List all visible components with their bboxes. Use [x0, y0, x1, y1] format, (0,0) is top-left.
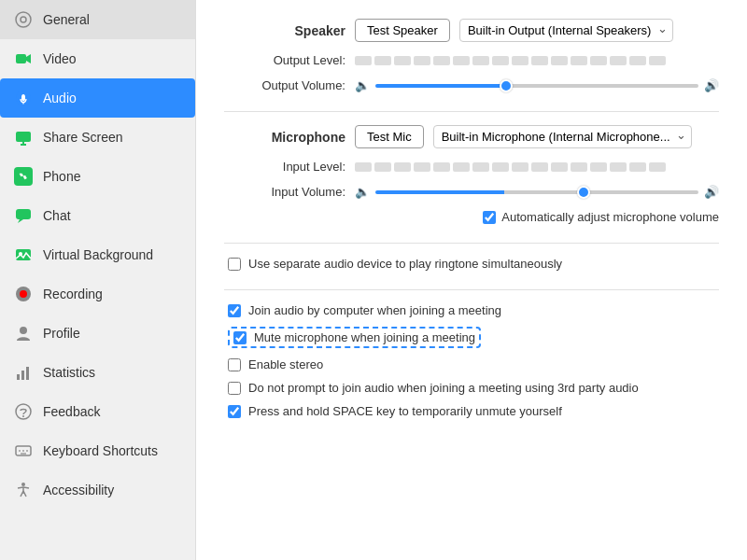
sidebar-item-label-sharescreen: Share Screen: [43, 130, 123, 145]
profile-icon: [13, 323, 34, 343]
level-seg-6: [453, 56, 470, 65]
input-volume-slider[interactable]: [375, 190, 698, 194]
speaker-label: Speaker: [224, 23, 345, 38]
join-options-section: Join audio by computer when joining a me…: [224, 303, 719, 418]
output-volume-slider[interactable]: [375, 84, 698, 88]
sharescreen-icon: [13, 127, 34, 147]
svg-point-0: [16, 12, 31, 27]
speaker-select-wrap: Built-in Output (Internal Speakers): [459, 19, 673, 42]
mute-microphone-checkbox[interactable]: [233, 331, 247, 344]
test-mic-button[interactable]: Test Mic: [355, 125, 424, 148]
sidebar-item-profile[interactable]: Profile: [0, 314, 195, 353]
microphone-label: Microphone: [224, 130, 345, 145]
phone-icon: [13, 166, 34, 187]
chat-icon: [13, 205, 34, 226]
sidebar-item-video[interactable]: Video: [0, 39, 195, 78]
separate-audio-label: Use separate audio device to play ringto…: [248, 257, 562, 271]
sidebar-item-label-recording: Recording: [43, 287, 103, 301]
sidebar-item-feedback[interactable]: Feedback: [0, 392, 195, 431]
keyboardshortcuts-icon: [13, 441, 34, 461]
mute-microphone-highlight: Mute microphone when joining a meeting: [228, 327, 481, 348]
auto-adjust-row: Automatically adjust microphone volume: [224, 210, 719, 224]
sidebar-item-label-general: General: [43, 12, 90, 27]
separate-audio-row: Use separate audio device to play ringto…: [224, 257, 719, 271]
sidebar-item-label-keyboardshortcuts: Keyboard Shortcuts: [43, 443, 158, 458]
sidebar-item-chat[interactable]: Chat: [0, 196, 195, 235]
sidebar-item-sharescreen[interactable]: Share Screen: [0, 118, 195, 157]
mic-volume-max-icon: 🔊: [704, 185, 719, 199]
level-seg-3: [394, 56, 411, 65]
sidebar-item-label-virtualbackground: Virtual Background: [43, 247, 153, 262]
mic-volume-min-icon: 🔈: [355, 185, 370, 199]
recording-icon: [13, 284, 34, 304]
volume-min-icon: 🔈: [355, 78, 370, 92]
video-icon: [13, 49, 34, 69]
no-prompt-checkbox[interactable]: [228, 382, 241, 395]
join-audio-checkbox[interactable]: [228, 304, 241, 317]
level-seg-9: [512, 56, 529, 65]
sidebar-item-recording[interactable]: Recording: [0, 274, 195, 314]
sidebar-item-label-chat: Chat: [43, 208, 71, 223]
volume-max-icon: 🔊: [704, 78, 719, 92]
microphone-section: Microphone Test Mic Built-in Microphone …: [224, 125, 719, 224]
feedback-icon: [13, 401, 34, 422]
svg-point-16: [20, 327, 27, 334]
output-level-label: Output Level:: [224, 53, 345, 67]
accessibility-icon: [13, 480, 34, 500]
join-audio-row: Join audio by computer when joining a me…: [224, 303, 719, 317]
svg-marker-11: [18, 219, 23, 223]
sidebar-item-audio[interactable]: Audio: [0, 78, 195, 118]
options-divider: [224, 289, 719, 290]
level-seg-1: [355, 56, 372, 65]
svg-point-15: [20, 290, 27, 298]
svg-point-27: [21, 483, 25, 486]
input-level-bar: [355, 162, 666, 172]
sidebar-item-general[interactable]: General: [0, 0, 195, 39]
separate-audio-checkbox[interactable]: [228, 258, 241, 271]
svg-rect-19: [26, 367, 29, 380]
level-seg-15: [629, 56, 646, 65]
main-content: Speaker Test Speaker Built-in Output (In…: [196, 0, 747, 560]
sidebar-item-label-video: Video: [43, 51, 77, 66]
auto-adjust-checkbox[interactable]: [483, 211, 496, 224]
general-icon: [13, 9, 34, 30]
no-prompt-label: Do not prompt to join audio when joining…: [248, 381, 639, 395]
sidebar-item-virtualbackground[interactable]: Virtual Background: [0, 235, 195, 274]
join-audio-label: Join audio by computer when joining a me…: [248, 303, 501, 317]
enable-stereo-checkbox[interactable]: [228, 358, 241, 371]
speaker-select[interactable]: Built-in Output (Internal Speakers): [459, 19, 673, 42]
sidebar-item-label-accessibility: Accessibility: [43, 483, 114, 497]
sidebar-item-accessibility[interactable]: Accessibility: [0, 470, 195, 510]
mute-microphone-label: Mute microphone when joining a meeting: [254, 330, 475, 344]
sidebar-item-keyboardshortcuts[interactable]: Keyboard Shortcuts: [0, 431, 195, 470]
svg-rect-10: [16, 209, 31, 219]
press-hold-space-checkbox[interactable]: [228, 405, 241, 418]
output-volume-row: Output Volume: 🔈 🔊: [224, 78, 719, 92]
level-seg-2: [374, 56, 391, 65]
level-seg-13: [590, 56, 607, 65]
sidebar-item-label-profile: Profile: [43, 326, 80, 341]
auto-adjust-label: Automatically adjust microphone volume: [501, 210, 719, 224]
level-seg-8: [492, 56, 509, 65]
sidebar-item-phone[interactable]: Phone: [0, 157, 195, 196]
level-seg-4: [414, 56, 430, 65]
sidebar-item-statistics[interactable]: Statistics: [0, 353, 195, 392]
sidebar-item-label-statistics: Statistics: [43, 365, 95, 380]
svg-rect-2: [16, 54, 26, 63]
level-seg-16: [649, 56, 666, 65]
virtualbackground-icon: [13, 245, 34, 265]
mic-select[interactable]: Built-in Microphone (Internal Microphone…: [433, 125, 692, 148]
microphone-row: Microphone Test Mic Built-in Microphone …: [224, 125, 719, 148]
microphone-divider: [224, 243, 719, 244]
press-hold-space-row: Press and hold SPACE key to temporarily …: [224, 404, 719, 418]
svg-rect-18: [21, 371, 24, 380]
input-volume-slider-wrap: 🔈 🔊: [355, 185, 719, 199]
statistics-icon: [13, 362, 34, 383]
test-speaker-button[interactable]: Test Speaker: [355, 19, 450, 42]
output-level-row: Output Level:: [224, 53, 719, 67]
enable-stereo-row: Enable stereo: [224, 357, 719, 371]
level-seg-11: [551, 56, 568, 65]
input-level-label: Input Level:: [224, 160, 345, 174]
level-seg-12: [571, 56, 587, 65]
mic-select-wrap: Built-in Microphone (Internal Microphone…: [433, 125, 692, 148]
